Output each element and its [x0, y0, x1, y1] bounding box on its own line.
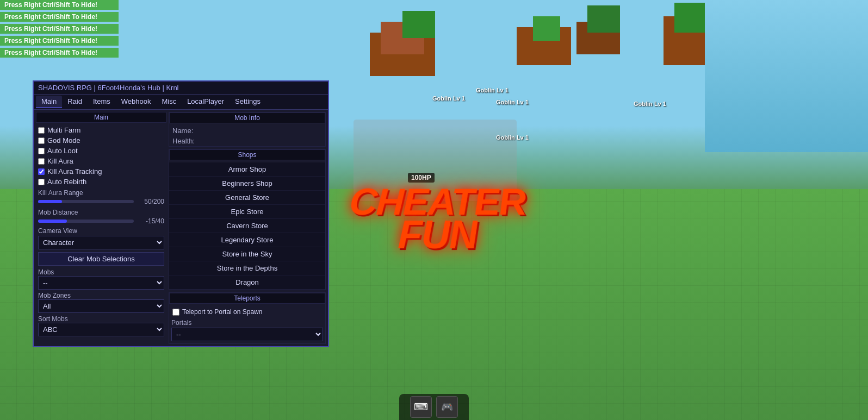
- dragon-btn[interactable]: Dragon: [169, 275, 325, 290]
- camera-view-row: Camera View Character Top Down Side View: [36, 226, 166, 250]
- god-mode-checkbox[interactable]: [38, 137, 45, 144]
- portals-label: Portals: [171, 319, 323, 327]
- main-panel: SHADOVIS RPG | 6Foot4Honda's Hub | Krnl …: [33, 80, 329, 347]
- notification-bar-3: Press Right Ctrl/Shift To Hide!: [0, 24, 119, 34]
- notification-bar-4: Press Right Ctrl/Shift To Hide!: [0, 36, 119, 46]
- mob-distance-value: -15/40: [137, 217, 164, 225]
- kill-aura-label: Kill Aura: [47, 157, 73, 165]
- taskbar-icon-1[interactable]: ⌨: [410, 396, 432, 418]
- tab-webhook[interactable]: Webhook: [116, 96, 157, 108]
- kill-aura-row: Kill Aura: [36, 156, 166, 166]
- mobs-select[interactable]: --: [38, 276, 164, 290]
- kill-aura-tracking-checkbox[interactable]: [38, 168, 45, 175]
- bg-tree-2: [533, 16, 560, 41]
- mob-distance-track: [38, 220, 134, 223]
- kill-aura-range-fill: [38, 200, 62, 203]
- general-store-btn[interactable]: General Store: [169, 191, 325, 205]
- portals-select[interactable]: --: [171, 328, 323, 341]
- tab-localplayer[interactable]: LocalPlayer: [182, 96, 230, 108]
- kill-aura-range-row: 50/200: [36, 197, 166, 206]
- tab-items[interactable]: Items: [88, 96, 116, 108]
- god-mode-row: God Mode: [36, 135, 166, 146]
- kill-aura-range-value: 50/200: [137, 198, 164, 205]
- mob-health-label: Health:: [172, 137, 205, 145]
- panel-body: Main Multi Farm God Mode Auto Loot Kill …: [34, 110, 328, 346]
- goblin-label-3: Goblin Lv 1: [496, 99, 529, 105]
- hp-label: 100HP: [411, 174, 431, 181]
- teleport-portal-row: Teleport to Portal on Spawn: [169, 306, 325, 318]
- tab-misc[interactable]: Misc: [156, 96, 182, 108]
- bg-tree-3: [587, 5, 620, 33]
- mobs-label: Mobs: [38, 268, 164, 276]
- mobs-row: Mobs --: [36, 267, 166, 291]
- multi-farm-label: Multi Farm: [47, 126, 80, 134]
- kill-aura-checkbox[interactable]: [38, 158, 45, 165]
- store-in-depths-btn[interactable]: Store in the Depths: [169, 261, 325, 275]
- panel-title: SHADOVIS RPG | 6Foot4Honda's Hub | Krnl: [34, 82, 328, 95]
- portals-row: Portals --: [169, 318, 325, 343]
- cavern-store-btn[interactable]: Cavern Store: [169, 219, 325, 233]
- mob-zones-row: Mob Zones All: [36, 291, 166, 314]
- goblin-label-1: Goblin Lv 1: [432, 95, 465, 102]
- kill-aura-range-track: [38, 200, 134, 203]
- auto-rebirth-label: Auto Rebirth: [47, 178, 86, 186]
- bg-tree-1: [402, 11, 435, 38]
- cheater-line2: FUN: [345, 218, 530, 252]
- mob-name-row: Name:: [169, 126, 325, 136]
- camera-view-label: Camera View: [38, 227, 164, 235]
- auto-rebirth-row: Auto Rebirth: [36, 177, 166, 187]
- taskbar-icon-2[interactable]: 🎮: [436, 396, 458, 418]
- multi-farm-checkbox[interactable]: [38, 127, 45, 134]
- auto-loot-checkbox[interactable]: [38, 148, 45, 154]
- mob-zones-select[interactable]: All: [38, 299, 164, 313]
- teleports-section: Teleports Teleport to Portal on Spawn Po…: [169, 292, 326, 344]
- notification-bar-2: Press Right Ctrl/Shift To Hide!: [0, 12, 119, 22]
- sky-area: [705, 0, 868, 152]
- mob-name-label: Name:: [172, 127, 205, 135]
- left-column: Main Multi Farm God Mode Auto Loot Kill …: [36, 112, 166, 344]
- beginners-shop-btn[interactable]: Beginners Shop: [169, 177, 325, 191]
- kill-aura-range-label: Kill Aura Range: [36, 187, 166, 197]
- teleports-header: Teleports: [169, 293, 325, 304]
- tab-settings[interactable]: Settings: [230, 96, 266, 108]
- goblin-label-5: Goblin Lv 1: [496, 134, 529, 141]
- auto-rebirth-checkbox[interactable]: [38, 179, 45, 185]
- notification-bar-1: Press Right Ctrl/Shift To Hide!: [0, 0, 119, 10]
- mob-distance-fill: [38, 220, 67, 223]
- mob-info-section: Mob Info Name: Health:: [169, 112, 326, 147]
- sort-mobs-row: Sort Mobs ABC: [36, 314, 166, 337]
- main-section-header: Main: [36, 112, 166, 123]
- mob-distance-label: Mob Distance: [36, 206, 166, 216]
- teleport-portal-checkbox[interactable]: [172, 309, 179, 316]
- clear-mob-selections-btn[interactable]: Clear Mob Selections: [38, 252, 164, 266]
- tab-raid[interactable]: Raid: [62, 96, 88, 108]
- armor-shop-btn[interactable]: Armor Shop: [169, 162, 325, 177]
- cheater-text: CHEATER FUN: [345, 186, 530, 252]
- goblin-label-4: Goblin Lv 1: [634, 101, 666, 107]
- legendary-store-btn[interactable]: Legendary Store: [169, 233, 325, 247]
- mob-health-row: Health:: [169, 136, 325, 146]
- taskbar: ⌨ 🎮: [399, 394, 469, 420]
- notification-bar-5: Press Right Ctrl/Shift To Hide!: [0, 48, 119, 58]
- camera-view-select[interactable]: Character Top Down Side View: [38, 236, 164, 249]
- mob-info-header: Mob Info: [169, 112, 325, 123]
- right-column: Mob Info Name: Health: Shops Armor Shop …: [169, 112, 326, 344]
- auto-loot-row: Auto Loot: [36, 146, 166, 156]
- teleport-portal-label: Teleport to Portal on Spawn: [182, 308, 262, 316]
- god-mode-label: God Mode: [47, 136, 80, 145]
- store-in-sky-btn[interactable]: Store in the Sky: [169, 247, 325, 261]
- goblin-label-2: Goblin Lv 1: [476, 87, 509, 93]
- epic-store-btn[interactable]: Epic Store: [169, 205, 325, 219]
- kill-aura-tracking-label: Kill Aura Tracking: [47, 167, 102, 175]
- mob-distance-row: -15/40: [36, 216, 166, 226]
- auto-loot-label: Auto Loot: [47, 147, 78, 155]
- shops-section: Shops Armor Shop Beginners Shop General …: [169, 149, 326, 290]
- mob-zones-label: Mob Zones: [38, 292, 164, 299]
- shops-header: Shops: [169, 149, 325, 160]
- kill-aura-tracking-row: Kill Aura Tracking: [36, 166, 166, 177]
- tab-main[interactable]: Main: [36, 96, 62, 108]
- sort-mobs-label: Sort Mobs: [38, 315, 164, 323]
- sort-mobs-select[interactable]: ABC: [38, 323, 164, 336]
- multi-farm-row: Multi Farm: [36, 125, 166, 135]
- tabs-bar: Main Raid Items Webhook Misc LocalPlayer…: [34, 95, 328, 110]
